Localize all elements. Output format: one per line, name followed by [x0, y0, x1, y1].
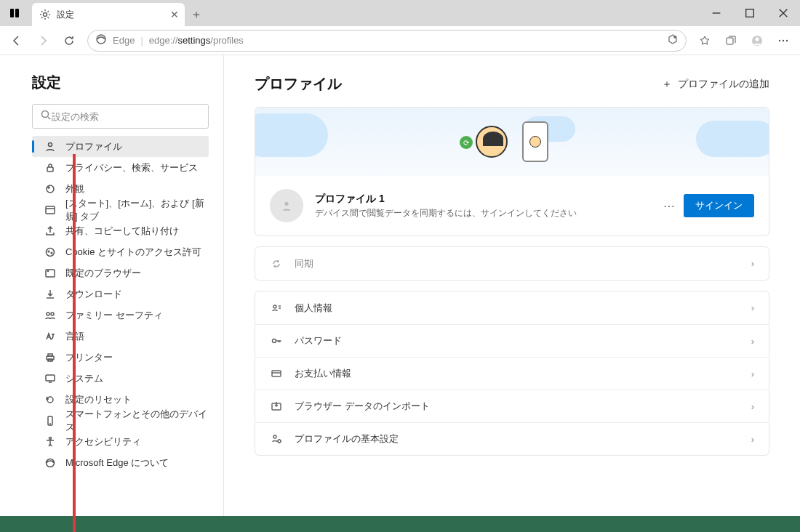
nav-language[interactable]: 言語: [32, 326, 209, 347]
close-window-button[interactable]: [767, 0, 800, 26]
refresh-button[interactable]: [57, 28, 81, 53]
read-aloud-icon[interactable]: [667, 33, 679, 47]
svg-point-23: [47, 248, 55, 256]
accessibility-icon: [44, 435, 57, 448]
more-button[interactable]: [771, 28, 796, 53]
chevron-right-icon: ›: [751, 368, 754, 379]
svg-line-16: [48, 117, 50, 119]
printer-icon: [44, 351, 57, 364]
svg-point-17: [49, 142, 52, 146]
nav-profile[interactable]: プロファイル: [32, 136, 209, 157]
search-icon: [40, 109, 52, 124]
tab-close-button[interactable]: ✕: [170, 9, 179, 20]
person-card-icon: [270, 302, 283, 315]
svg-point-12: [779, 39, 780, 41]
row-profile-prefs[interactable]: プロファイルの基本設定 ›: [255, 422, 769, 455]
row-sync[interactable]: 同期 ›: [255, 247, 769, 280]
tab-icon: [44, 203, 57, 217]
svg-rect-33: [46, 375, 55, 381]
nav-accessibility[interactable]: アクセシビリティ: [32, 431, 209, 452]
nav-privacy[interactable]: プライバシー、検索、サービス: [32, 157, 209, 178]
svg-rect-21: [46, 206, 55, 214]
svg-point-8: [674, 36, 676, 38]
key-icon: [270, 334, 283, 347]
svg-point-20: [48, 187, 49, 188]
import-icon: [270, 400, 283, 413]
card-icon: [270, 367, 283, 380]
profile-avatar-button[interactable]: [745, 28, 769, 53]
title-bar: 設定 ✕ ＋: [0, 0, 800, 26]
svg-point-37: [49, 437, 52, 439]
row-payment[interactable]: お支払い情報 ›: [255, 357, 769, 390]
svg-point-39: [284, 202, 288, 206]
row-passwords[interactable]: パスワード ›: [255, 324, 769, 357]
nav-cookies[interactable]: Cookie とサイトのアクセス許可: [32, 241, 209, 262]
chevron-right-icon: ›: [751, 401, 754, 412]
reset-icon: [44, 393, 57, 406]
tab-overview-button[interactable]: [7, 6, 22, 20]
profile-hero: ⟳: [255, 108, 769, 176]
address-identity: Edge: [113, 35, 135, 46]
new-tab-button[interactable]: ＋: [185, 3, 208, 26]
toolbar: Edge | edge://settings/profiles: [0, 26, 800, 55]
share-icon: [44, 225, 57, 238]
nav-default-browser[interactable]: 既定のブラウザー: [32, 262, 209, 283]
nav-phone[interactable]: スマートフォンとその他のデバイス: [32, 410, 209, 431]
browser-tab[interactable]: 設定 ✕: [32, 3, 185, 26]
svg-point-28: [47, 313, 49, 315]
svg-point-47: [273, 435, 276, 438]
chevron-right-icon: ›: [751, 336, 754, 347]
nav-start[interactable]: [スタート]、[ホーム]、および [新規] タブ: [32, 199, 209, 220]
plus-icon: ＋: [662, 78, 672, 91]
gear-icon: [39, 9, 51, 20]
svg-point-24: [48, 251, 49, 252]
settings-search-input[interactable]: [52, 111, 201, 122]
profile-more-button[interactable]: ⋯: [663, 199, 675, 213]
system-icon: [44, 372, 57, 385]
edge-logo-icon: [95, 33, 107, 47]
address-url: edge://settings/profiles: [149, 35, 244, 46]
row-import[interactable]: ブラウザー データのインポート ›: [255, 390, 769, 422]
nav-printer[interactable]: プリンター: [32, 347, 209, 368]
svg-point-27: [47, 270, 48, 271]
cookie-icon: [44, 246, 57, 259]
profile-icon: [44, 140, 57, 153]
browser-icon: [44, 267, 57, 280]
chevron-right-icon: ›: [751, 258, 754, 269]
minimize-button[interactable]: [700, 0, 733, 26]
nav-downloads[interactable]: ダウンロード: [32, 283, 209, 305]
profile-name: プロファイル 1: [315, 193, 577, 206]
settings-sidebar: 設定 プロファイル プライバシー、検索、サービス 外観 [スタート]、[ホーム]…: [0, 55, 224, 516]
main-title: プロファイル: [255, 74, 342, 94]
svg-point-48: [278, 440, 281, 443]
maximize-button[interactable]: [733, 0, 767, 26]
collections-button[interactable]: [719, 28, 743, 53]
signin-button[interactable]: サインイン: [684, 194, 754, 217]
nav-system[interactable]: システム: [32, 368, 209, 389]
chevron-right-icon: ›: [751, 302, 754, 313]
forward-button[interactable]: [31, 28, 55, 53]
settings-search[interactable]: [32, 104, 209, 129]
tab-title: 設定: [57, 9, 74, 21]
svg-rect-0: [10, 9, 14, 17]
nav-share[interactable]: 共有、コピーして貼り付け: [32, 220, 209, 241]
sync-card: 同期 ›: [255, 246, 769, 281]
paint-icon: [44, 182, 57, 196]
address-bar[interactable]: Edge | edge://settings/profiles: [87, 30, 687, 52]
svg-rect-18: [47, 167, 53, 172]
profile-options-card: 個人情報 › パスワード › お支払い情報 › ブラウザー データのインポート …: [255, 291, 769, 456]
svg-rect-4: [746, 9, 754, 17]
svg-point-29: [51, 313, 54, 315]
svg-point-19: [47, 185, 54, 193]
svg-point-25: [51, 252, 52, 254]
row-personal-info[interactable]: 個人情報 ›: [255, 291, 769, 324]
back-button[interactable]: [4, 28, 29, 53]
profile-card: ⟳ プロファイル 1 デバイス間で閲覧データを同期するには、サインインしてくださ…: [255, 107, 769, 236]
favorites-button[interactable]: [692, 28, 717, 53]
nav-about[interactable]: Microsoft Edge について: [32, 452, 209, 473]
language-icon: [44, 330, 57, 343]
main-panel: プロファイル ＋ プロファイルの追加 ⟳: [224, 55, 800, 516]
add-profile-button[interactable]: ＋ プロファイルの追加: [662, 78, 769, 91]
svg-point-13: [783, 39, 784, 41]
nav-family[interactable]: ファミリー セーフティ: [32, 305, 209, 326]
